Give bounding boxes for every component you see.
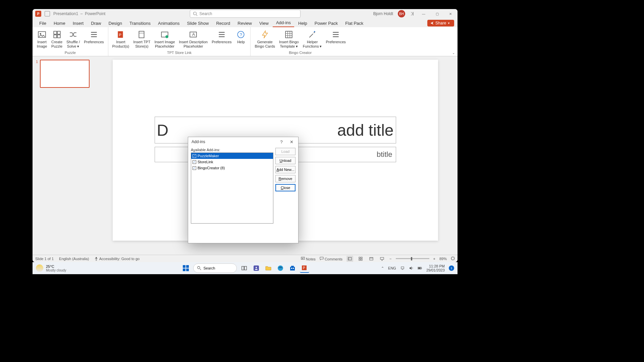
- tpt-preferences-button[interactable]: Preferences: [210, 29, 233, 49]
- powerpoint-window: P Presentation1 – PowerPoint Search Bjor…: [33, 9, 458, 262]
- task-view-button[interactable]: [239, 263, 249, 273]
- volume-icon[interactable]: [409, 266, 414, 270]
- tab-transitions[interactable]: Transitions: [126, 19, 154, 27]
- tab-powerpack[interactable]: Power Pack: [311, 19, 341, 27]
- zoom-in-button[interactable]: +: [433, 257, 435, 261]
- teams-icon[interactable]: [252, 263, 261, 273]
- addin-item-storelink[interactable]: ✓StoreLink: [191, 159, 273, 165]
- tab-addins[interactable]: Add-ins: [273, 19, 294, 27]
- helper-functions-button[interactable]: Helper Functions ▾: [302, 29, 323, 49]
- mic-icon[interactable]: [410, 11, 415, 16]
- taskbar-search[interactable]: Search: [193, 263, 237, 273]
- zoom-out-button[interactable]: −: [389, 257, 391, 261]
- language-indicator[interactable]: English (Australia): [59, 257, 89, 261]
- checkbox-icon[interactable]: ✓: [193, 154, 196, 158]
- explorer-icon[interactable]: [264, 263, 273, 273]
- zoom-slider[interactable]: [396, 258, 429, 259]
- dialog-titlebar: Add-ins ? ✕: [188, 137, 298, 146]
- svg-point-43: [197, 266, 200, 269]
- language-tray[interactable]: ENG: [388, 266, 396, 270]
- avatar[interactable]: BH: [398, 10, 405, 17]
- tab-draw[interactable]: Draw: [88, 19, 104, 27]
- insert-description-placeholder-button[interactable]: AInsert Description Placeholder: [178, 29, 209, 49]
- checkbox-icon[interactable]: ✓: [193, 166, 196, 170]
- tab-slideshow[interactable]: Slide Show: [183, 19, 212, 27]
- insert-products-button[interactable]: PInsert Product(s): [111, 29, 131, 49]
- close-button[interactable]: ✕: [446, 10, 455, 17]
- app-icon: P: [35, 11, 41, 17]
- tab-animations[interactable]: Animations: [155, 19, 183, 27]
- tab-design[interactable]: Design: [105, 19, 125, 27]
- remove-button[interactable]: Remove: [275, 175, 296, 182]
- minimize-button[interactable]: —: [419, 10, 428, 17]
- reading-view-button[interactable]: [368, 256, 375, 262]
- normal-view-button[interactable]: [346, 256, 353, 262]
- tab-view[interactable]: View: [256, 19, 272, 27]
- tab-help[interactable]: Help: [295, 19, 311, 27]
- edge-icon[interactable]: [276, 263, 285, 273]
- svg-rect-2: [413, 12, 414, 16]
- store-icon[interactable]: [288, 263, 297, 273]
- fit-to-window-button[interactable]: [451, 256, 455, 261]
- maximize-button[interactable]: ▢: [433, 10, 441, 17]
- tab-record[interactable]: Record: [213, 19, 233, 27]
- shuffle-solve-button[interactable]: Shuffle / Solve ▾: [65, 29, 81, 49]
- notes-button[interactable]: Notes: [301, 256, 316, 261]
- powerpoint-taskbar-icon[interactable]: P: [300, 263, 309, 273]
- slide-thumbnail-1[interactable]: 1: [36, 60, 90, 88]
- tray-chevron-icon[interactable]: ⌃: [381, 266, 384, 270]
- puzzle-preferences-button[interactable]: Preferences: [83, 29, 105, 49]
- unload-button[interactable]: Unload: [275, 157, 296, 164]
- group-label-bingo: Bingo Creator: [253, 51, 347, 55]
- tab-flatpack[interactable]: Flat Pack: [342, 19, 367, 27]
- create-puzzle-button[interactable]: Create Puzzle: [50, 29, 64, 49]
- checkbox-icon[interactable]: ✓: [193, 160, 196, 164]
- bingo-preferences-button[interactable]: Preferences: [324, 29, 347, 49]
- network-icon[interactable]: [400, 266, 405, 270]
- comments-button[interactable]: Comments: [320, 256, 342, 261]
- insert-image-placeholder-button[interactable]: Insert Image Placeholder: [153, 29, 176, 49]
- tab-review[interactable]: Review: [234, 19, 255, 27]
- start-button[interactable]: [181, 263, 191, 273]
- taskbar-search-label: Search: [204, 266, 215, 270]
- svg-rect-11: [91, 36, 97, 37]
- load-button[interactable]: Load: [275, 148, 296, 155]
- collapse-ribbon-button[interactable]: ⌄: [452, 51, 455, 55]
- addins-list[interactable]: ✓PuzzleMaker ✓StoreLink ✓BingoCreator (8…: [191, 153, 273, 224]
- slide-indicator[interactable]: Slide 1 of 1: [35, 257, 54, 261]
- insert-bingo-template-button[interactable]: Insert Bingo Template ▾: [278, 29, 300, 49]
- tab-file[interactable]: File: [36, 19, 50, 27]
- add-new-button[interactable]: Add New...: [275, 166, 296, 173]
- insert-image-button[interactable]: Insert Image: [35, 29, 49, 49]
- svg-rect-31: [348, 257, 349, 260]
- dialog-close-x-button[interactable]: ✕: [288, 139, 295, 144]
- clock[interactable]: 11:28 PM 29/01/2023: [426, 264, 445, 272]
- addin-item-puzzlemaker[interactable]: ✓PuzzleMaker: [191, 153, 273, 159]
- thumbnail-pane[interactable]: 1: [33, 56, 93, 255]
- search-input[interactable]: Search: [190, 10, 301, 18]
- svg-rect-53: [293, 268, 294, 269]
- available-addins-label: Available Add-ins:: [191, 148, 273, 152]
- ribbon-group-puzzle: Insert Image Create Puzzle Shuffle / Sol…: [33, 27, 108, 56]
- svg-rect-35: [361, 259, 362, 260]
- tab-home[interactable]: Home: [50, 19, 69, 27]
- ribbon-group-bingo: Generate Bingo Cards Insert Bingo Templa…: [251, 27, 350, 56]
- sorter-view-button[interactable]: [357, 256, 364, 262]
- close-button[interactable]: Close: [275, 184, 296, 191]
- addin-item-bingocreator[interactable]: ✓BingoCreator (8): [191, 165, 273, 171]
- insert-tpt-stores-button[interactable]: Insert TPT Store(s): [132, 29, 152, 49]
- share-button[interactable]: Share ▼: [427, 20, 454, 26]
- zoom-value[interactable]: 89%: [439, 257, 447, 261]
- accessibility-indicator[interactable]: Accessibility: Good to go: [94, 257, 140, 261]
- weather-widget[interactable]: 25°C Mostly cloudy: [36, 264, 66, 272]
- svg-rect-32: [359, 257, 360, 258]
- notification-badge[interactable]: 1: [449, 265, 454, 271]
- windows-taskbar: 25°C Mostly cloudy Search P ⌃ ENG 11:28 …: [33, 262, 458, 274]
- tpt-help-button[interactable]: ?Help: [234, 29, 248, 49]
- generate-bingo-button[interactable]: Generate Bingo Cards: [253, 29, 276, 49]
- save-icon[interactable]: [45, 11, 50, 16]
- slideshow-view-button[interactable]: [379, 256, 385, 262]
- battery-icon[interactable]: [418, 266, 422, 270]
- dialog-help-button[interactable]: ?: [278, 139, 285, 144]
- tab-insert[interactable]: Insert: [69, 19, 87, 27]
